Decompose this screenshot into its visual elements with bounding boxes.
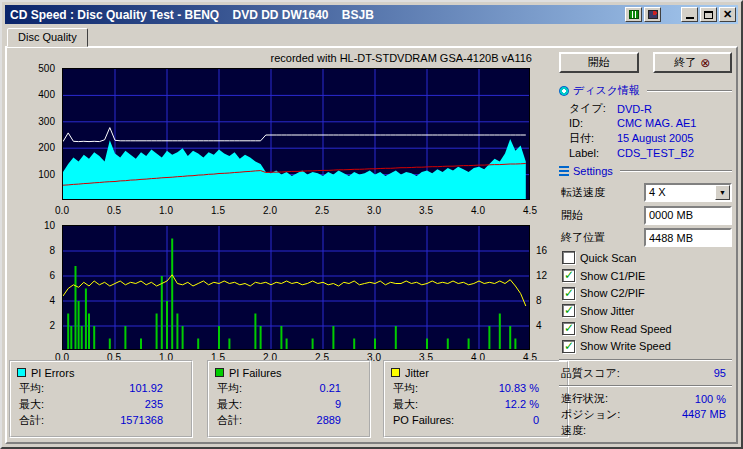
titlebar-buttons: ✕ xyxy=(625,7,736,22)
disc-id-label: ID: xyxy=(569,117,617,129)
graph-icon-button[interactable] xyxy=(625,7,642,22)
stat-value: 235 xyxy=(145,398,185,410)
stat-row: 平均:10.83 % xyxy=(391,380,561,396)
disc-id-value: CMC MAG. AE1 xyxy=(617,117,696,129)
disc-type-value: DVD-R xyxy=(617,103,652,115)
pi-failures-y-axis: 108642 xyxy=(25,225,57,350)
end-position-input[interactable] xyxy=(644,228,732,247)
jitter-stats-panel: Jitter 平均:10.83 % 最大:12.2 % PO Failures:… xyxy=(383,360,569,438)
tab-disc-quality[interactable]: Disc Quality xyxy=(7,28,88,47)
stat-value: 9 xyxy=(335,398,363,410)
minimize-icon xyxy=(686,17,694,19)
pi-failures-jitter-chart xyxy=(62,225,530,350)
stat-value: 1571368 xyxy=(120,414,185,426)
disc-label-label: Label: xyxy=(569,147,617,159)
start-position-label: 開始 xyxy=(561,208,583,223)
title-bar[interactable]: CD Speed : Disc Quality Test - BENQ DVD … xyxy=(5,5,738,24)
disc-label-row: Label:CDS_TEST_B2 xyxy=(559,146,732,161)
pi-errors-y-axis: 500400300200100 xyxy=(25,68,57,200)
stat-row: 最大:9 xyxy=(215,396,363,412)
stat-label: 最大: xyxy=(19,397,44,412)
app-window: CD Speed : Disc Quality Test - BENQ DVD … xyxy=(0,0,743,449)
divider xyxy=(620,170,732,172)
checkbox-box[interactable] xyxy=(562,322,575,335)
stat-label: 合計: xyxy=(19,413,44,428)
stat-row: 合計:2889 xyxy=(215,412,363,428)
quality-score-row: 品質スコア: 95 xyxy=(559,365,732,381)
position-label: ポジション: xyxy=(561,407,620,422)
checkbox-show-c2-pif[interactable]: Show C2/PIF xyxy=(562,285,732,301)
disc-icon xyxy=(648,10,658,19)
divider xyxy=(559,385,732,387)
divider xyxy=(647,90,732,92)
disc-label-value: CDS_TEST_B2 xyxy=(617,147,694,159)
close-icon: ✕ xyxy=(723,9,732,20)
stat-value: 12.2 % xyxy=(505,398,561,410)
checkbox-show-jitter[interactable]: Show Jitter xyxy=(562,303,732,319)
exit-icon: ⊗ xyxy=(700,57,710,69)
checkbox-box[interactable] xyxy=(562,269,575,282)
stat-label: 最大: xyxy=(217,397,242,412)
checkbox-label: Show C2/PIF xyxy=(580,287,645,299)
checkbox-label: Show C1/PIE xyxy=(580,270,645,282)
stat-value: 101.92 xyxy=(129,382,185,394)
checkbox-box[interactable] xyxy=(562,304,575,317)
disc-type-label: タイプ: xyxy=(569,101,617,116)
control-panel: 開始 終了⊗ ディスク情報 タイプ:DVD-R ID:CMC MAG. AE1 … xyxy=(559,52,732,438)
close-button[interactable]: ✕ xyxy=(719,7,736,22)
checkbox-show-write-speed[interactable]: Show Write Speed xyxy=(562,339,732,355)
speed-status-label: 速度: xyxy=(561,423,586,438)
stat-value: 0 xyxy=(533,414,561,426)
start-button-label: 開始 xyxy=(588,55,610,70)
speed-value: 4 X xyxy=(646,186,715,198)
progress-value: 100 % xyxy=(695,393,726,405)
checkbox-box[interactable] xyxy=(562,287,575,300)
checkbox-label: Quick Scan xyxy=(580,252,636,264)
disc-date-row: 日付:15 August 2005 xyxy=(559,131,732,146)
pi-errors-stats-panel: PI Errors 平均:101.92 最大:235 合計:1571368 xyxy=(9,360,193,438)
quality-score-label: 品質スコア: xyxy=(561,366,620,381)
disc-type-row: タイプ:DVD-R xyxy=(559,101,732,116)
disc-icon-button[interactable] xyxy=(644,7,661,22)
legend-row: Jitter xyxy=(391,365,561,380)
client-area: Disc Quality recorded with HL-DT-STDVDRA… xyxy=(5,28,738,444)
stat-label: 最大: xyxy=(393,397,418,412)
maximize-icon xyxy=(704,11,713,19)
pi-errors-x-axis: 0.00.51.01.52.02.53.03.54.04.5 xyxy=(62,205,530,217)
start-button[interactable]: 開始 xyxy=(559,52,639,73)
stat-label: PO Failures: xyxy=(393,414,454,426)
progress-row: 進行状況: 100 % xyxy=(559,391,732,407)
exit-button[interactable]: 終了⊗ xyxy=(653,52,733,73)
pi-failures-stats-panel: PI Failures 平均:0.21 最大:9 合計:2889 xyxy=(207,360,371,438)
minimize-button[interactable] xyxy=(681,7,698,22)
checkbox-show-read-speed[interactable]: Show Read Speed xyxy=(562,321,732,337)
checkbox-show-c1-pie[interactable]: Show C1/PIE xyxy=(562,268,732,284)
checkbox-box[interactable] xyxy=(562,251,575,264)
stat-label: 合計: xyxy=(217,413,242,428)
jitter-legend-label: Jitter xyxy=(405,367,429,379)
legend-row: PI Failures xyxy=(215,365,363,380)
stat-label: 平均: xyxy=(19,381,44,396)
stat-row: 平均:101.92 xyxy=(17,380,185,396)
start-position-input[interactable] xyxy=(644,206,732,225)
stat-label: 平均: xyxy=(217,381,242,396)
checkbox-box[interactable] xyxy=(562,340,575,353)
recorded-with-text: recorded with HL-DT-STDVDRAM GSA-4120B v… xyxy=(62,52,532,64)
pi-errors-legend-label: PI Errors xyxy=(31,367,74,379)
window-title: CD Speed : Disc Quality Test - BENQ DVD … xyxy=(10,8,625,22)
speed-select[interactable]: 4 X ▼ xyxy=(644,183,732,202)
start-position-row: 開始 xyxy=(559,205,732,226)
disc-date-value: 15 August 2005 xyxy=(617,132,693,144)
maximize-button[interactable] xyxy=(700,7,717,22)
end-position-row: 終了位置 xyxy=(559,227,732,248)
legend-row: PI Errors xyxy=(17,365,185,380)
divider xyxy=(559,359,732,361)
jitter-legend-swatch xyxy=(391,368,400,377)
dropdown-button[interactable]: ▼ xyxy=(715,185,730,200)
disc-date-label: 日付: xyxy=(569,131,617,146)
checkbox-quick-scan[interactable]: Quick Scan xyxy=(562,250,732,266)
tab-strip: Disc Quality xyxy=(5,28,738,47)
cd-icon xyxy=(559,86,569,96)
stat-row: 合計:1571368 xyxy=(17,412,185,428)
settings-title: Settings xyxy=(573,165,613,177)
